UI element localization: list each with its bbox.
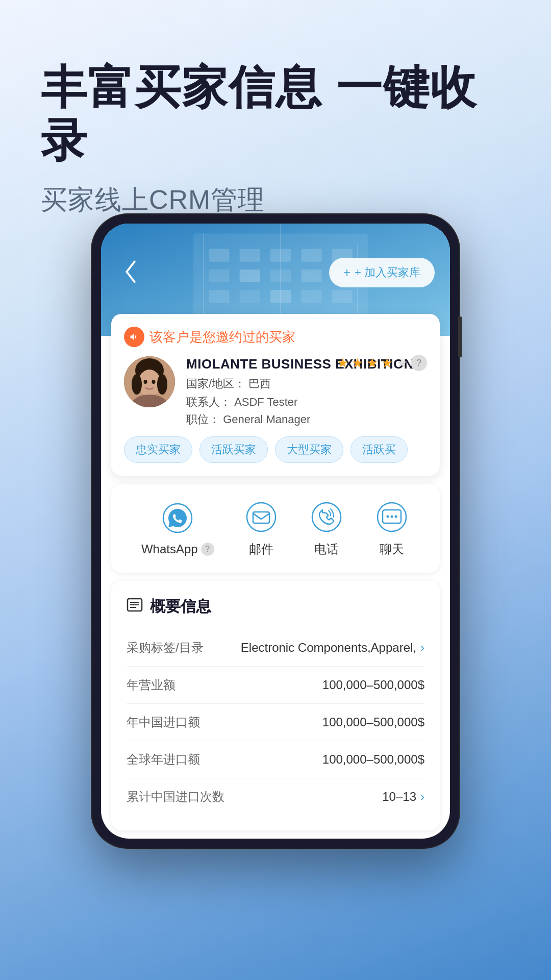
main-title: 丰富买家信息 一键收录 (41, 61, 510, 167)
tags-arrow: › (420, 641, 424, 655)
content-wrapper: 丰富买家信息 一键收录 买家线上CRM管理 9:41 (0, 0, 551, 980)
info-row-china-count: 累计中国进口次数 10–13 › (127, 778, 424, 815)
china-import-label: 年中国进口额 (127, 714, 200, 730)
country-label: 国家/地区： (186, 377, 245, 390)
add-buyer-button[interactable]: + + 加入买家库 (329, 258, 435, 287)
info-row-global-import: 全球年进口额 100,000–500,000$ (127, 741, 424, 778)
whatsapp-help-icon[interactable]: ? (201, 543, 214, 556)
whatsapp-icon (160, 500, 195, 536)
country-value: 巴西 (248, 377, 271, 390)
info-header-icon (127, 597, 143, 617)
chat-label: 聊天 (380, 541, 404, 557)
svg-point-36 (144, 380, 147, 384)
rating-help-icon[interactable]: ? (411, 355, 427, 371)
svg-point-44 (387, 516, 389, 518)
invited-badge: 该客户是您邀约过的买家 (124, 327, 427, 347)
global-import-value: 100,000–500,000$ (322, 752, 424, 767)
svg-point-33 (157, 374, 167, 395)
phone-frame: 9:41 (92, 214, 459, 848)
phone-action[interactable]: 电话 (309, 499, 344, 557)
tag-loyal: 忠实买家 (124, 436, 192, 463)
chat-icon (374, 499, 410, 535)
position-label: 职位： (186, 413, 220, 426)
info-header: 概要信息 (127, 596, 424, 617)
tags-label: 采购标签/目录 (127, 640, 204, 656)
action-card: WhatsApp ? (111, 484, 440, 573)
info-title: 概要信息 (150, 596, 211, 617)
tags-row: 忠实买家 活跃买家 大型买家 活跃买 (124, 436, 427, 463)
svg-point-32 (132, 374, 142, 395)
info-row-tags: 采购标签/目录 Electronic Components,Apparel, › (127, 629, 424, 667)
avatar (124, 356, 175, 407)
customer-card: 该客户是您邀约过的买家 (111, 314, 440, 476)
china-count-label: 累计中国进口次数 (127, 789, 224, 805)
position-value: General Manager (223, 413, 310, 426)
plus-icon: + (343, 265, 350, 280)
revenue-value: 100,000–500,000$ (322, 678, 424, 692)
contact-label: 联系人： (186, 396, 231, 408)
star-5: ★ (396, 355, 408, 371)
china-count-arrow: › (420, 790, 424, 804)
star-2: ★ (352, 355, 363, 371)
company-contact: 联系人： ASDF Tester (186, 395, 427, 410)
email-label: 邮件 (249, 541, 273, 557)
chat-action[interactable]: 聊天 (374, 499, 410, 557)
company-country: 国家/地区： 巴西 (186, 376, 427, 391)
info-row-revenue: 年营业额 100,000–500,000$ (127, 667, 424, 704)
company-position: 职位： General Manager (186, 412, 427, 427)
china-import-value: 100,000–500,000$ (322, 715, 424, 729)
tag-large: 大型买家 (275, 436, 343, 463)
avatar-svg (124, 356, 175, 407)
global-import-label: 全球年进口额 (127, 751, 200, 768)
svg-point-45 (391, 516, 393, 518)
phone-screen: 9:41 (101, 224, 450, 839)
svg-point-39 (247, 503, 276, 531)
phone-mockup: 9:41 (92, 214, 459, 848)
company-row: MIOLANTE BUSINESS EXHIBITION 国家/地区： 巴西 联… (124, 356, 427, 427)
china-count-value: 10–13 › (382, 790, 424, 804)
phone-header-bar: + + 加入买家库 (101, 248, 450, 329)
tag-active: 活跃买家 (199, 436, 268, 463)
star-1: ★ (337, 355, 348, 371)
tags-value: Electronic Components,Apparel, › (241, 641, 424, 655)
add-buyer-label: + 加入买家库 (355, 265, 420, 280)
email-icon (243, 499, 279, 535)
email-action[interactable]: 邮件 (243, 499, 279, 557)
speaker-icon (124, 327, 144, 347)
whatsapp-label: WhatsApp ? (141, 542, 214, 556)
whatsapp-action[interactable]: WhatsApp ? (141, 500, 214, 556)
svg-point-46 (395, 516, 397, 518)
revenue-label: 年营业额 (127, 677, 176, 693)
phone-side-button (458, 316, 462, 357)
info-row-china-import: 年中国进口额 100,000–500,000$ (127, 704, 424, 741)
rating-row: ★ ★ ★ ★ ★ ? (337, 355, 427, 371)
tag-active2: 活跃买 (350, 436, 408, 463)
info-card: 概要信息 采购标签/目录 Electronic Components,Appar… (111, 581, 440, 830)
invited-text: 该客户是您邀约过的买家 (149, 328, 295, 346)
sub-title: 买家线上CRM管理 (41, 182, 510, 218)
svg-rect-40 (253, 512, 269, 523)
back-button[interactable] (116, 258, 144, 286)
phone-icon (309, 499, 344, 535)
contact-value: ASDF Tester (234, 396, 297, 408)
svg-point-37 (152, 380, 156, 384)
star-3: ★ (366, 355, 378, 371)
phone-label: 电话 (314, 541, 339, 557)
header-section: 丰富买家信息 一键收录 买家线上CRM管理 (0, 0, 551, 249)
star-4: ★ (381, 355, 393, 371)
